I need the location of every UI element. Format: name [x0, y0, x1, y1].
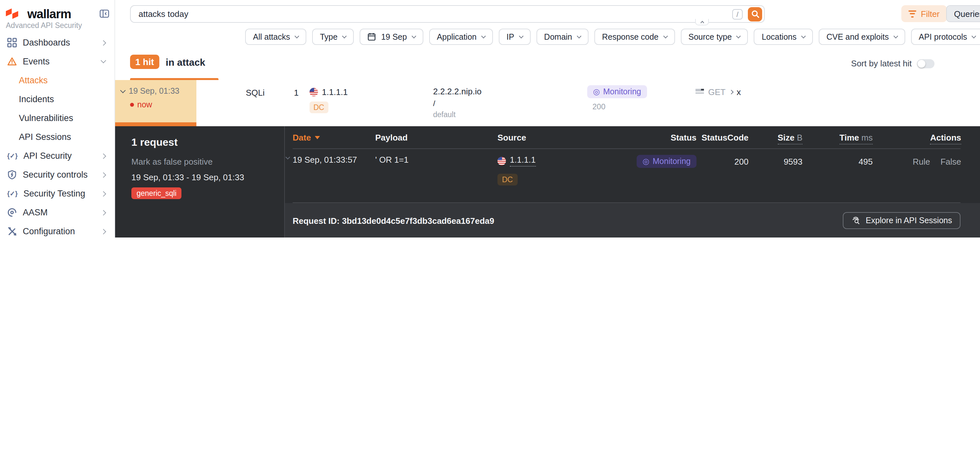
- search-input[interactable]: [131, 9, 732, 19]
- request-id-line: Request ID: 3bd13de0d4c5e7f3db3cad6ea167…: [293, 216, 494, 226]
- hits-count-badge: 1 hit: [130, 55, 159, 69]
- column-header-size[interactable]: Size B: [778, 133, 802, 142]
- eye-icon: ◎: [643, 158, 649, 165]
- chevron-down-icon: [342, 33, 347, 38]
- chevron-down-icon: [519, 33, 523, 38]
- column-header-status: Status: [671, 133, 697, 142]
- sidebar-item-aasm[interactable]: AASM: [0, 203, 115, 222]
- events-warning-icon: [7, 57, 17, 66]
- filter-chip-response-code[interactable]: Response code: [594, 29, 675, 45]
- hit-date: 19 Sep, 01:33:57: [293, 155, 357, 165]
- filter-chip-domain[interactable]: Domain: [536, 29, 588, 45]
- attack-path: /: [433, 99, 435, 108]
- dashboards-grid-icon: [7, 38, 17, 48]
- search-icon: [751, 10, 759, 18]
- filter-button[interactable]: Filter: [901, 5, 947, 22]
- attack-time-range: 19 Sep, 01:33 - 19 Sep, 01:33: [131, 172, 244, 182]
- column-header-statuscode: StatusCode: [702, 133, 748, 142]
- filter-chip-type[interactable]: Type: [312, 29, 354, 45]
- braces-check-icon: {✓}: [7, 190, 18, 197]
- eye-icon: ◎: [593, 88, 600, 96]
- collapse-chevron-icon[interactable]: [120, 88, 126, 93]
- sidebar-collapse-icon[interactable]: [100, 9, 109, 18]
- sidebar-item-vulnerabilities[interactable]: Vulnerabilities: [0, 109, 115, 128]
- filter-chip-ip[interactable]: IP: [499, 29, 531, 45]
- sidebar-item-security-testing[interactable]: {✓} Security Testing: [0, 184, 115, 203]
- mark-false-positive-link[interactable]: Mark as false positive: [131, 157, 213, 167]
- search-button[interactable]: [748, 7, 762, 21]
- sidebar-item-incidents[interactable]: Incidents: [0, 90, 115, 109]
- brand-name: wallarm: [27, 8, 71, 20]
- attack-method: GET: [708, 87, 725, 97]
- sidebar-item-security-controls[interactable]: Security controls: [0, 165, 115, 184]
- tools-icon: [7, 226, 17, 236]
- filters-collapse-handle[interactable]: [695, 19, 709, 26]
- wallarm-app: wallarm Advanced API Security Dashboard: [0, 0, 980, 238]
- chevron-right-icon: [101, 153, 106, 159]
- attack-row[interactable]: 19 Sep, 01:33 now SQLi 1 1.1.1.1 DC 2.2.…: [115, 80, 980, 126]
- sidebar-item-configuration[interactable]: Configuration: [0, 222, 115, 238]
- chevron-up-icon: [700, 21, 704, 24]
- attack-hits-count: 1: [294, 88, 299, 97]
- sort-toggle[interactable]: [917, 59, 934, 68]
- attack-recency: now: [137, 100, 152, 109]
- chevron-right-icon: [101, 191, 106, 196]
- request-id-value: 3bd13de0d4c5e7f3db3cad6ea167eda9: [342, 216, 494, 226]
- column-header-payload: Payload: [375, 133, 498, 142]
- chevron-right-icon: [729, 90, 733, 94]
- sidebar-item-dashboards[interactable]: Dashboards: [0, 33, 115, 52]
- chevron-down-icon: [576, 33, 581, 38]
- hit-row[interactable]: 19 Sep, 01:33:57 ' OR 1=1 1.1.1.1 DC ◎ M…: [293, 155, 961, 185]
- attack-detail-panel: 1 request Mark as false positive 19 Sep,…: [115, 126, 980, 238]
- expand-chevron-icon[interactable]: [285, 155, 290, 159]
- tab-in-attack[interactable]: 1 hit in attack: [130, 55, 205, 69]
- hit-monitoring-badge: ◎ Monitoring: [636, 155, 697, 168]
- filter-chip-cve-and-exploits[interactable]: CVE and exploits: [819, 29, 905, 45]
- chevron-right-icon: [101, 229, 106, 234]
- hit-status-code: 200: [735, 155, 748, 167]
- sidebar-item-api-sessions[interactable]: API Sessions: [0, 128, 115, 147]
- sidebar-item-events[interactable]: Events: [0, 52, 115, 71]
- sidebar-item-attacks[interactable]: Attacks: [0, 71, 115, 90]
- chevron-down-icon: [481, 33, 486, 38]
- filter-chip-api-protocols[interactable]: API protocols: [911, 29, 980, 45]
- wallarm-logo-icon[interactable]: [6, 7, 24, 20]
- endpoint-icon: [695, 89, 704, 96]
- attack-type-tag[interactable]: generic_sqli: [131, 187, 182, 199]
- attack-detail-summary: 1 request Mark as false positive 19 Sep,…: [115, 126, 284, 238]
- filter-chip-source-type[interactable]: Source type: [681, 29, 748, 45]
- chevron-down-icon: [411, 33, 416, 38]
- queries-button[interactable]: Queries: [947, 6, 980, 21]
- filter-chip-all-attacks[interactable]: All attacks: [245, 29, 306, 45]
- explore-in-api-sessions-button[interactable]: Explore in API Sessions: [843, 212, 961, 229]
- filter-chip-locations[interactable]: Locations: [754, 29, 813, 45]
- slash-shortcut-key: /: [732, 9, 743, 19]
- false-action-button[interactable]: False: [940, 157, 961, 167]
- sidebar-item-api-security[interactable]: {✓} API Security: [0, 147, 115, 165]
- attack-type: SQLi: [246, 88, 265, 97]
- sidebar: wallarm Advanced API Security Dashboard: [0, 0, 115, 238]
- chevron-down-icon: [294, 33, 299, 38]
- toggle-knob: [918, 59, 925, 67]
- hit-source-ip-link[interactable]: 1.1.1.1: [498, 155, 536, 167]
- queries-group: Queries ☆: [946, 5, 980, 22]
- column-header-time[interactable]: Time ms: [840, 133, 873, 142]
- filter-chip-date[interactable]: 19 Sep: [360, 29, 423, 45]
- sidebar-nav: Dashboards Events Attacks Incidents: [0, 33, 115, 238]
- chevron-down-icon: [893, 33, 898, 38]
- chevron-down-icon: [737, 33, 741, 38]
- datacenter-badge[interactable]: DC: [498, 174, 517, 185]
- rule-action-button[interactable]: Rule: [913, 157, 930, 167]
- requests-count: 1 request: [131, 137, 178, 148]
- datacenter-badge[interactable]: DC: [310, 102, 328, 113]
- column-header-date[interactable]: Date: [293, 133, 375, 142]
- recency-dot-icon: [130, 103, 134, 107]
- fingerprint-search-icon: [851, 216, 861, 225]
- attack-date-cell[interactable]: 19 Sep, 01:33 now: [115, 80, 196, 122]
- filter-icon: [908, 10, 916, 17]
- filter-chip-application[interactable]: Application: [429, 29, 493, 45]
- hits-table-header: Date Payload Source Status StatusCode Si…: [293, 133, 961, 149]
- column-header-actions[interactable]: Actions: [930, 133, 961, 142]
- attack-date: 19 Sep, 01:33: [129, 86, 180, 96]
- chevron-down-icon: [663, 33, 668, 38]
